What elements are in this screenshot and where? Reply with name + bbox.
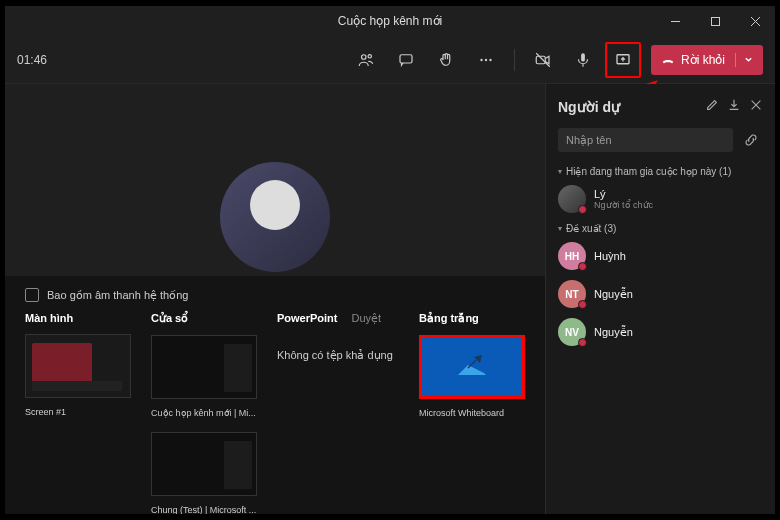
svg-point-9	[489, 58, 491, 60]
search-input[interactable]	[558, 128, 733, 152]
thumb-screen-1-label: Screen #1	[25, 407, 131, 417]
meeting-stage	[5, 84, 545, 272]
camera-button[interactable]	[525, 42, 561, 78]
thumb-window-chung-label: Chung (Test) | Microsoft ...	[151, 505, 257, 514]
svg-point-7	[480, 58, 482, 60]
svg-line-11	[536, 53, 550, 67]
attendee-name: Lý	[594, 188, 653, 200]
maximize-button[interactable]	[695, 6, 735, 36]
titlebar: Cuộc họp kênh mới	[5, 6, 775, 36]
thumb-window-chung[interactable]	[151, 432, 257, 496]
panel-close-button[interactable]	[749, 98, 763, 116]
raise-hand-button[interactable]	[428, 42, 464, 78]
avatar: HH	[558, 242, 586, 270]
svg-rect-6	[400, 54, 412, 62]
share-window-column: Cửa sổ Cuộc họp kênh mới | Mi... Chung (…	[151, 312, 257, 514]
call-timer: 01:46	[17, 53, 47, 67]
include-system-audio-checkbox[interactable]: Bao gồm âm thanh hệ thống	[25, 288, 525, 302]
section-in-meeting[interactable]: Hiện đang tham gia cuộc họp này (1)	[558, 166, 763, 177]
col-head-window: Cửa sổ	[151, 312, 257, 325]
col-head-whiteboard: Bảng trắng	[419, 312, 525, 325]
attendee-name: Nguyễn	[594, 326, 633, 339]
share-content-button[interactable]	[605, 42, 641, 78]
copy-link-button[interactable]	[739, 128, 763, 152]
attendee-row[interactable]: NT Nguyễn	[558, 280, 763, 308]
thumb-window-meeting[interactable]	[151, 335, 257, 399]
system-audio-label: Bao gồm âm thanh hệ thống	[47, 289, 188, 302]
share-screen-column: Màn hình Screen #1	[25, 312, 131, 514]
whiteboard-icon	[454, 353, 490, 381]
share-whiteboard-column: Bảng trắng Microsoft Whiteboard	[419, 312, 525, 514]
window-title: Cuộc họp kênh mới	[338, 14, 442, 28]
svg-line-15	[468, 360, 476, 368]
svg-point-5	[368, 54, 371, 57]
avatar: NT	[558, 280, 586, 308]
minimize-button[interactable]	[655, 6, 695, 36]
svg-point-4	[361, 54, 366, 59]
attendee-role: Người tổ chức	[594, 200, 653, 210]
close-button[interactable]	[735, 6, 775, 36]
avatar	[558, 185, 586, 213]
panel-title: Người dự	[558, 99, 620, 115]
browse-link[interactable]: Duyệt	[352, 312, 382, 325]
attendee-name: Nguyễn	[594, 288, 633, 301]
participants-panel: Người dự Hiện đang tham gia cuộc họp này…	[545, 84, 775, 514]
panel-edit-button[interactable]	[705, 98, 719, 116]
thumb-whiteboard[interactable]	[419, 335, 525, 399]
thumb-screen-1[interactable]	[25, 334, 131, 398]
panel-download-button[interactable]	[727, 98, 741, 116]
svg-rect-12	[581, 53, 585, 61]
checkbox-icon	[25, 288, 39, 302]
svg-point-8	[485, 58, 487, 60]
attendee-row[interactable]: HH Huỳnh	[558, 242, 763, 270]
svg-rect-1	[711, 17, 719, 25]
leave-button[interactable]: Rời khỏi	[651, 45, 763, 75]
share-powerpoint-column: PowerPoint Duyệt Không có tệp khả dụng	[277, 312, 399, 514]
participants-button[interactable]	[348, 42, 384, 78]
thumb-window-meeting-label: Cuộc họp kênh mới | Mi...	[151, 408, 257, 418]
window-controls	[655, 6, 775, 36]
col-head-ppt: PowerPoint Duyệt	[277, 312, 399, 325]
more-actions-button[interactable]	[468, 42, 504, 78]
separator	[514, 49, 515, 71]
avatar: NV	[558, 318, 586, 346]
chevron-down-icon[interactable]	[735, 53, 753, 67]
attendee-name: Huỳnh	[594, 250, 626, 262]
attendee-row-organizer[interactable]: Lý Người tổ chức	[558, 185, 763, 213]
share-tray: Bao gồm âm thanh hệ thống Màn hình Scree…	[5, 276, 545, 514]
section-suggested[interactable]: Đề xuất (3)	[558, 223, 763, 234]
leave-label: Rời khỏi	[681, 53, 725, 67]
attendee-row[interactable]: NV Nguyễn	[558, 318, 763, 346]
meeting-toolbar: 01:46 Rời khỏi	[5, 36, 775, 84]
participant-avatar	[220, 162, 330, 272]
col-head-screen: Màn hình	[25, 312, 131, 324]
mic-button[interactable]	[565, 42, 601, 78]
app-window: Cuộc họp kênh mới 01:46	[5, 6, 775, 514]
thumb-whiteboard-label: Microsoft Whiteboard	[419, 408, 525, 418]
chat-button[interactable]	[388, 42, 424, 78]
hangup-icon	[661, 53, 675, 67]
no-file-text: Không có tệp khả dụng	[277, 349, 399, 362]
